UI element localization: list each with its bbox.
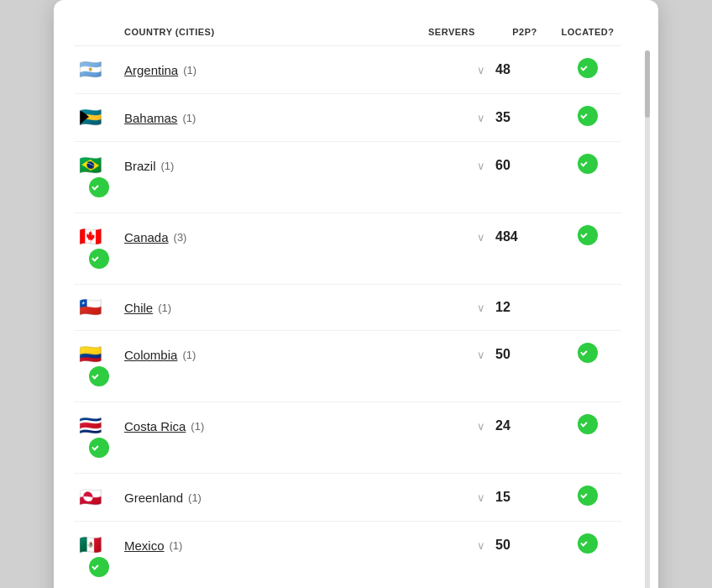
server-count-bahamas: 35 — [495, 110, 554, 125]
country-link-canada[interactable]: Canada — [124, 230, 169, 244]
p2p-check-icon-mexico — [578, 533, 598, 554]
country-link-costarica[interactable]: Costa Rica — [124, 419, 186, 433]
p2p-check-icon-bahamas — [578, 106, 598, 126]
server-count-brazil: 60 — [495, 158, 554, 173]
chevron-bahamas[interactable]: ∨ — [428, 112, 495, 124]
server-count-mexico: 50 — [495, 538, 554, 553]
p2p-check-icon-costarica — [578, 414, 598, 434]
located-cell-colombia — [74, 366, 124, 390]
main-card: COUNTRY (CITIES) SERVERS P2P? LOCATED? 🇦… — [54, 0, 658, 588]
located-check-icon-brazil — [89, 177, 109, 197]
country-name-colombia[interactable]: Colombia(1) — [124, 348, 428, 362]
located-cell-costarica — [74, 438, 124, 461]
flag-brazil: 🇧🇷 — [74, 155, 124, 176]
located-cell-mexico — [74, 557, 124, 580]
country-link-mexico[interactable]: Mexico — [124, 538, 165, 553]
table-row: 🇨🇴Colombia(1)∨50 — [74, 331, 621, 402]
flag-chile: 🇨🇱 — [74, 297, 124, 318]
country-name-mexico[interactable]: Mexico(1) — [124, 538, 428, 553]
p2p-cell-mexico — [554, 533, 621, 557]
server-count-costarica: 24 — [495, 418, 554, 433]
country-name-bahamas[interactable]: Bahamas(1) — [124, 111, 428, 125]
p2p-cell-brazil — [554, 154, 621, 177]
flag-greenland: 🇬🇱 — [74, 486, 124, 508]
city-count-canada: (3) — [174, 231, 187, 244]
country-name-costarica[interactable]: Costa Rica(1) — [124, 419, 428, 433]
country-link-argentina[interactable]: Argentina — [124, 63, 178, 77]
table-row: 🇧🇷Brazil(1)∨60 — [74, 142, 621, 213]
scrollbar[interactable] — [645, 50, 650, 588]
flag-icon-bahamas: 🇧🇸 — [74, 107, 106, 129]
server-count-canada: 484 — [495, 229, 554, 244]
city-count-costarica: (1) — [191, 420, 204, 433]
table-row: 🇬🇱Greenland(1)∨15 — [74, 474, 621, 522]
p2p-cell-canada — [554, 225, 621, 249]
chevron-canada[interactable]: ∨ — [428, 231, 495, 244]
flag-icon-mexico: 🇲🇽 — [74, 534, 106, 556]
table-row: 🇨🇱Chile(1)∨12 — [74, 285, 621, 331]
table-row: 🇧🇸Bahamas(1)∨35 — [74, 94, 621, 142]
p2p-check-icon-colombia — [578, 343, 598, 363]
country-name-greenland: Greenland(1) — [124, 491, 428, 505]
p2p-cell-bahamas — [554, 106, 621, 129]
table-row: 🇲🇽Mexico(1)∨50 — [74, 522, 621, 588]
city-count-argentina: (1) — [183, 64, 196, 76]
flag-mexico: 🇲🇽 — [74, 534, 124, 556]
p2p-check-icon-canada — [578, 225, 598, 245]
table-header: COUNTRY (CITIES) SERVERS P2P? LOCATED? — [74, 27, 621, 46]
chevron-greenland[interactable]: ∨ — [428, 491, 495, 504]
server-count-greenland: 15 — [495, 490, 554, 505]
server-count-argentina: 48 — [495, 62, 554, 77]
p2p-check-icon-brazil — [578, 154, 598, 174]
located-check-icon-canada — [89, 249, 109, 269]
flag-icon-brazil: 🇧🇷 — [74, 155, 106, 176]
flag-icon-argentina: 🇦🇷 — [74, 59, 106, 81]
flag-icon-canada: 🇨🇦 — [74, 226, 106, 248]
city-count-chile: (1) — [158, 302, 171, 314]
p2p-check-icon-argentina — [578, 58, 598, 78]
p2p-cell-argentina — [554, 58, 621, 81]
city-count-greenland: (1) — [188, 491, 202, 504]
p2p-cell-costarica — [554, 414, 621, 438]
p2p-check-icon-greenland — [578, 486, 598, 506]
flag-icon-costarica: 🇨🇷 — [74, 415, 106, 437]
flag-costarica: 🇨🇷 — [74, 415, 124, 437]
country-name-argentina[interactable]: Argentina(1) — [124, 63, 428, 77]
city-count-bahamas: (1) — [182, 112, 196, 124]
flag-colombia: 🇨🇴 — [74, 344, 124, 365]
country-name-canada[interactable]: Canada(3) — [124, 230, 428, 244]
country-link-colombia[interactable]: Colombia — [124, 348, 177, 362]
chevron-costarica[interactable]: ∨ — [428, 420, 495, 433]
located-cell-canada — [74, 249, 124, 272]
flag-bahamas: 🇧🇸 — [74, 107, 124, 129]
city-count-colombia: (1) — [182, 349, 196, 361]
server-count-colombia: 50 — [495, 347, 554, 362]
chevron-mexico[interactable]: ∨ — [428, 539, 495, 552]
city-count-brazil: (1) — [161, 160, 175, 172]
flag-icon-greenland: 🇬🇱 — [74, 486, 106, 508]
header-country-col: COUNTRY (CITIES) — [124, 27, 428, 37]
located-check-icon-costarica — [89, 438, 109, 458]
p2p-cell-colombia — [554, 343, 621, 366]
chevron-brazil[interactable]: ∨ — [428, 160, 495, 172]
chevron-chile[interactable]: ∨ — [428, 302, 495, 314]
flag-argentina: 🇦🇷 — [74, 59, 124, 81]
flag-icon-colombia: 🇨🇴 — [74, 344, 106, 365]
table-row: 🇨🇷Costa Rica(1)∨24 — [74, 402, 621, 474]
table-body: 🇦🇷Argentina(1)∨48🇧🇸Bahamas(1)∨35🇧🇷Brazil… — [74, 46, 621, 588]
city-count-mexico: (1) — [170, 539, 183, 552]
located-cell-brazil — [74, 177, 124, 201]
country-text-brazil: Brazil — [124, 159, 156, 173]
country-link-bahamas[interactable]: Bahamas — [124, 111, 177, 125]
chevron-colombia[interactable]: ∨ — [428, 349, 495, 361]
header-servers-col: SERVERS — [428, 27, 495, 37]
table-row: 🇨🇦Canada(3)∨484 — [74, 213, 621, 285]
country-link-chile[interactable]: Chile — [124, 301, 153, 315]
country-name-brazil: Brazil(1) — [124, 159, 428, 173]
header-p2p-col: P2P? — [495, 27, 554, 37]
scrollbar-thumb[interactable] — [645, 50, 650, 118]
flag-canada: 🇨🇦 — [74, 226, 124, 248]
chevron-argentina[interactable]: ∨ — [428, 64, 495, 76]
country-name-chile[interactable]: Chile(1) — [124, 301, 428, 315]
header-located-col: LOCATED? — [554, 27, 621, 37]
